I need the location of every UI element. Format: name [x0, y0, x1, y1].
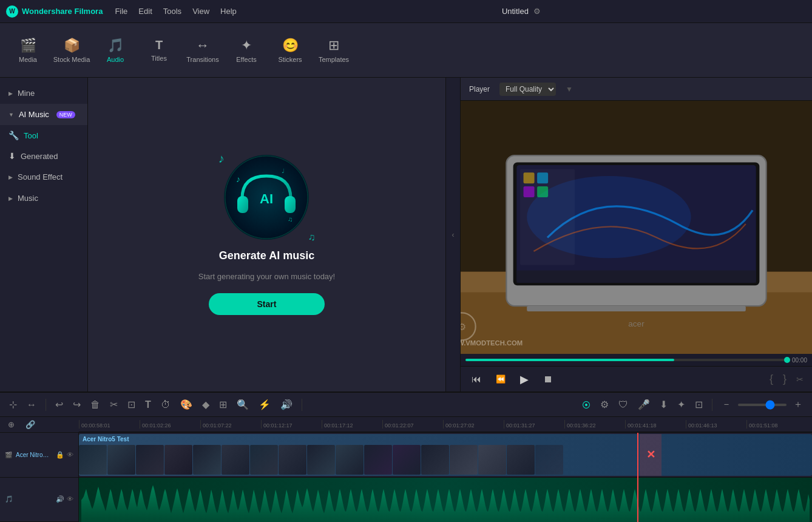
mark-in-button[interactable]: { [770, 373, 773, 385]
camera-button[interactable]: ⦿ [579, 398, 594, 412]
split-button[interactable]: ✂ [796, 375, 804, 384]
nav-effects[interactable]: ✦ Effects [225, 29, 268, 72]
add-track-button[interactable]: ⊕ [5, 418, 18, 432]
player-progress-bar[interactable]: 00:00 [461, 354, 812, 366]
start-button[interactable]: Start [209, 293, 325, 315]
thumb-12 [393, 445, 421, 475]
menu-view[interactable]: View [192, 7, 209, 16]
audio-mix-button[interactable]: 🔊 [277, 396, 296, 413]
sidebar-item-mine[interactable]: ▶ Mine [0, 83, 87, 104]
menu-tools[interactable]: Tools [163, 7, 181, 16]
collapse-panel-button[interactable]: ‹ [445, 78, 460, 392]
nav-transitions-label: Transitions [186, 56, 218, 63]
select-tool-button[interactable]: ⊹ [6, 396, 20, 413]
audio-eye-icon[interactable]: 👁 [67, 495, 73, 503]
mask-button[interactable]: ⊞ [216, 396, 230, 413]
nav-stock-media[interactable]: 📦 Stock Media [50, 29, 93, 72]
import-button[interactable]: ⬇ [657, 396, 671, 413]
nav-audio[interactable]: 🎵 Audio [93, 29, 137, 72]
quality-chevron-icon: ▼ [566, 85, 573, 93]
nav-media[interactable]: 🎬 Media [6, 29, 50, 72]
sidebar-mine-label: Mine [18, 89, 35, 98]
quality-select[interactable]: Full Quality 1/2 Quality 1/4 Quality [499, 83, 556, 96]
nav-templates[interactable]: ⊞ Templates [312, 29, 356, 72]
progress-thumb[interactable] [784, 357, 790, 363]
track-eye-icon[interactable]: 👁 [67, 451, 73, 459]
content-area: ♪ [88, 78, 445, 392]
mark-out-button[interactable]: } [783, 373, 787, 385]
menu-edit[interactable]: Edit [138, 7, 152, 16]
color-button[interactable]: 🎨 [177, 396, 195, 413]
link-track-button[interactable]: 🔗 [22, 418, 38, 432]
magic-button[interactable]: ✦ [674, 396, 688, 413]
ruler-marks: 00:00:58:01 00:01:02:26 00:01:07:22 00:0… [79, 420, 807, 429]
delete-button[interactable]: 🗑 [87, 397, 103, 413]
play-button[interactable]: ▶ [518, 370, 531, 388]
sidebar-item-generated[interactable]: ⬇ Generated [0, 146, 87, 166]
ripple-tool-button[interactable]: ↔ [24, 397, 39, 413]
sidebar-ai-music-label: AI Music [19, 110, 49, 119]
step-back-button[interactable]: ⏪ [493, 372, 508, 386]
top-navigation: 🎬 Media 📦 Stock Media 🎵 Audio T Titles ↔… [0, 23, 812, 78]
video-track-label: 🎬 Acer Nitro5 Test 🔒 👁 [0, 433, 78, 478]
ruler-mark-9: 00:01:41:18 [625, 420, 686, 429]
timeline-tracks: 🎬 Acer Nitro5 Test 🔒 👁 🎵 🔊 👁 Acer Nitr [0, 433, 812, 522]
playhead[interactable] [637, 433, 638, 522]
music-notes-right: ♫ [308, 232, 315, 243]
title-settings-icon[interactable]: ⚙ [533, 7, 541, 16]
video-track[interactable]: Acer Nitro5 Test [79, 433, 812, 478]
sound-effect-arrow: ▶ [8, 174, 13, 180]
sidebar-item-music[interactable]: ▶ Music [0, 188, 87, 209]
ai-tools-button[interactable]: ⚡ [255, 396, 274, 413]
redo-button[interactable]: ↪ [70, 396, 84, 413]
ai-headphone-svg: AI ♪ ♫ ♩ [224, 155, 309, 240]
sidebar-item-sound-effect[interactable]: ▶ Sound Effect [0, 166, 87, 188]
text-button[interactable]: T [142, 397, 154, 413]
nav-transitions[interactable]: ↔ Transitions [181, 29, 225, 72]
thumb-3 [136, 445, 164, 475]
duration-button[interactable]: ⏱ [158, 397, 174, 413]
stock-media-icon: 📦 [64, 38, 80, 53]
nav-titles[interactable]: T Titles [137, 29, 181, 72]
video-clip[interactable]: Acer Nitro5 Test [79, 434, 812, 476]
svg-text:WWW.VMODTECH.COM: WWW.VMODTECH.COM [461, 339, 523, 347]
menu-help[interactable]: Help [220, 7, 237, 16]
undo-button[interactable]: ↩ [52, 396, 66, 413]
stop-button[interactable]: ⏹ [541, 371, 555, 387]
timeline-toolbar: ⊹ ↔ ↩ ↪ 🗑 ✂ ⊡ T ⏱ 🎨 ◆ ⊞ 🔍 ⚡ 🔊 ⦿ ⚙ 🛡 🎤 ⬇ … [0, 393, 812, 417]
nav-stickers[interactable]: 😊 Stickers [268, 29, 312, 72]
music-arrow: ▶ [8, 195, 13, 202]
ruler-mark-5: 00:01:22:07 [382, 420, 443, 429]
sidebar-item-tool[interactable]: 🔧 Tool [0, 125, 87, 146]
ai-music-title: Generate AI music [219, 249, 314, 262]
audio-speaker-icon[interactable]: 🔊 [56, 495, 64, 503]
zoom-in-button[interactable]: ＋ [790, 396, 806, 413]
rewind-button[interactable]: ⏮ [469, 371, 484, 387]
video-frame-svg: acer WWW.VMODTECH.COM ⚙ [461, 101, 812, 354]
sidebar-tool-label: Tool [24, 131, 38, 140]
keyframe-button[interactable]: ◆ [199, 396, 212, 413]
menu-file[interactable]: File [115, 7, 127, 16]
sidebar-item-ai-music[interactable]: ▼ AI Music NEW [0, 104, 87, 125]
screen-record-button[interactable]: ⊡ [692, 396, 706, 413]
svg-rect-21 [527, 306, 746, 311]
project-title[interactable]: Untitled [502, 7, 529, 16]
shield-button[interactable]: 🛡 [615, 397, 631, 413]
generated-icon: ⬇ [8, 151, 16, 161]
audio-track[interactable]: // Generate waveform via JS after load [79, 478, 812, 523]
ai-logo-bg: ♪ [224, 155, 309, 240]
crop-button[interactable]: ⊡ [124, 396, 138, 413]
zoom-out-button[interactable]: － [719, 396, 734, 413]
cut-button[interactable]: ✂ [107, 396, 121, 413]
thumb-10 [336, 445, 364, 475]
toolbar-separator-2 [302, 399, 302, 411]
zoom-slider[interactable] [738, 404, 787, 406]
menu-bar: File Edit Tools View Help [115, 7, 236, 16]
mic-button[interactable]: 🎤 [635, 396, 653, 413]
svg-text:acer: acer [628, 319, 645, 328]
zoom-button[interactable]: 🔍 [234, 396, 252, 413]
progress-track[interactable] [465, 359, 787, 361]
track-lock-icon[interactable]: 🔒 [56, 451, 64, 459]
settings-tl-button[interactable]: ⚙ [597, 396, 612, 413]
progress-fill [465, 359, 674, 361]
